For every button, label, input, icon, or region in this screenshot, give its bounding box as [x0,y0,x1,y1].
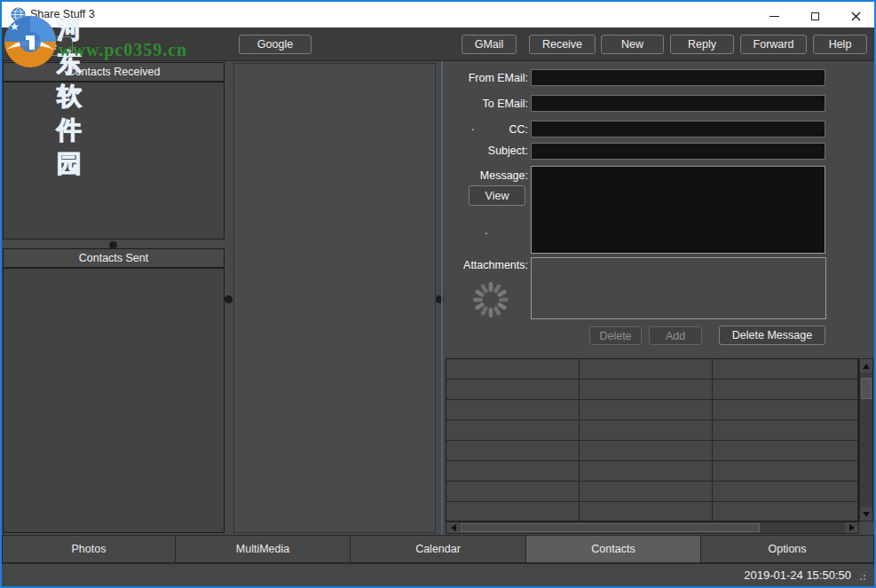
table-cell[interactable] [446,380,580,399]
maximize-icon [811,12,819,20]
contacts-sent-list[interactable] [3,268,225,533]
message-label: Message: [446,169,528,182]
table-cell[interactable] [713,441,858,460]
delete-attachment-button[interactable]: Delete [589,326,642,345]
forward-button[interactable]: Forward [740,35,807,54]
vertical-scroll-thumb[interactable] [861,378,872,399]
cc-label: CC: [446,123,528,136]
tab-contacts[interactable]: Contacts [526,535,701,563]
app-window: Share Stuff 3 Delete Google GMail Receiv… [0,0,876,588]
reply-button[interactable]: Reply [670,35,734,54]
table-cell[interactable] [446,359,580,379]
to-email-field[interactable] [531,95,825,112]
tab-bar: Photos MultiMedia Calendar Contacts Opti… [2,535,874,563]
table-cell[interactable] [580,420,714,440]
minimize-icon [769,16,779,17]
status-timestamp: 2019-01-24 15:50:50 [744,568,851,582]
table-cell[interactable] [580,461,714,481]
window-title: Share Stuff 3 [30,2,95,27]
add-attachment-button[interactable]: Add [649,326,702,345]
scroll-left-button[interactable] [446,522,460,533]
table-row[interactable] [446,359,858,380]
table-cell[interactable] [713,461,858,481]
scroll-down-button[interactable] [860,507,872,521]
panel-separator [441,61,443,535]
close-button[interactable] [835,4,876,29]
left-arrow-icon [451,524,456,531]
contacts-received-header: Contacts Received [3,62,225,82]
right-arrow-icon [849,524,855,531]
loading-spinner-icon [470,279,511,320]
table-cell[interactable] [446,400,580,419]
table-cell[interactable] [580,380,714,399]
message-box[interactable] [531,166,825,254]
table-row[interactable] [446,380,858,400]
view-button[interactable]: View [469,185,525,206]
contact-detail-panel [233,63,436,533]
attachments-label: Attachments: [446,259,528,271]
table-cell[interactable] [446,420,580,440]
table-cell[interactable] [580,441,714,460]
table-row[interactable] [446,482,858,502]
delete-message-button[interactable]: Delete Message [719,325,825,345]
cc-field[interactable] [531,121,825,137]
table-row[interactable] [446,400,858,420]
horizontal-scrollbar[interactable] [446,521,859,534]
table-row[interactable] [446,502,858,521]
table-cell[interactable] [580,502,714,521]
table-row[interactable] [446,441,858,461]
scroll-right-button[interactable] [845,522,858,533]
table-cell[interactable] [713,482,858,501]
tab-options[interactable]: Options [701,535,874,563]
horizontal-scroll-thumb[interactable] [461,523,760,532]
delete-contact-button[interactable]: Delete [9,36,73,56]
new-button[interactable]: New [601,35,664,54]
title-bar: Share Stuff 3 [2,2,874,27]
maximize-button[interactable] [794,4,835,29]
table-cell[interactable] [713,420,858,440]
table-cell[interactable] [446,461,580,481]
scroll-up-button[interactable] [860,359,872,372]
from-email-field[interactable] [531,69,825,86]
left-splitter-handle[interactable] [225,295,233,303]
table-cell[interactable] [713,400,858,419]
close-icon [851,12,861,21]
receive-button[interactable]: Receive [529,35,596,54]
table-cell[interactable] [446,502,580,521]
subject-field[interactable] [531,143,825,160]
table-cell[interactable] [580,400,714,419]
attachments-box[interactable] [531,257,826,319]
tab-multimedia[interactable]: MultiMedia [176,535,351,563]
gmail-button[interactable]: GMail [462,35,517,54]
app-globe-icon [11,7,26,22]
from-email-label: From EMail: [446,72,528,84]
status-bar: 2019-01-24 15:50:50 [2,563,874,586]
resize-grip[interactable] [856,570,867,582]
table-cell[interactable] [713,359,858,379]
help-button[interactable]: Help [813,35,867,54]
table-cell[interactable] [580,482,714,501]
minimize-button[interactable] [754,4,794,29]
vertical-scrollbar[interactable] [859,358,873,521]
google-button[interactable]: Google [239,35,312,54]
subject-label: Subject: [446,145,528,157]
messages-table[interactable] [446,358,859,521]
table-cell[interactable] [713,502,858,521]
table-cell[interactable] [446,441,580,460]
to-email-label: To EMail: [446,98,528,110]
tab-calendar[interactable]: Calendar [351,535,526,563]
dot-label-2: . [485,224,487,237]
table-row[interactable] [446,420,858,441]
down-arrow-icon [863,512,870,517]
tab-photos[interactable]: Photos [2,535,176,563]
table-cell[interactable] [446,482,580,501]
up-arrow-icon [863,364,870,369]
contacts-received-list[interactable] [3,82,225,239]
table-cell[interactable] [713,380,858,399]
table-cell[interactable] [580,359,714,379]
table-row[interactable] [446,461,858,482]
contacts-sent-header: Contacts Sent [3,248,225,268]
